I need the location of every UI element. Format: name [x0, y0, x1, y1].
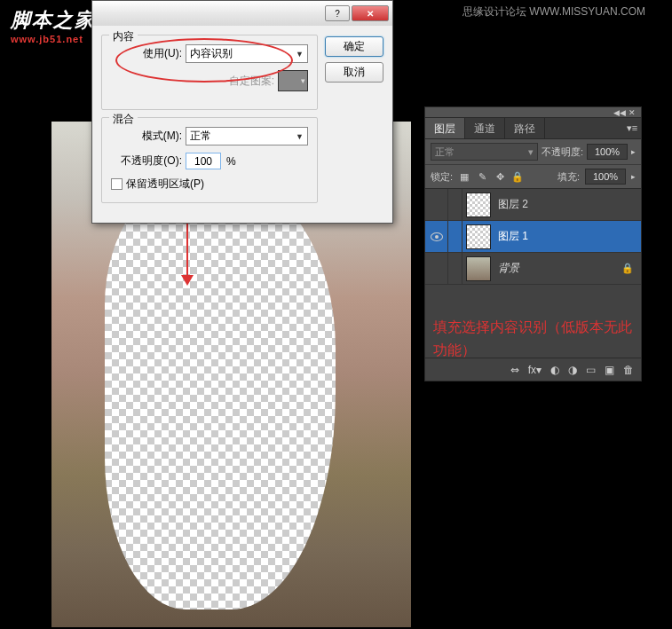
preserve-label: 保留透明区域(P)	[126, 177, 204, 192]
chevron-down-icon: ▾	[301, 76, 305, 85]
fill-input[interactable]: 100%	[585, 169, 626, 185]
delete-layer-icon[interactable]: 🗑	[623, 364, 634, 376]
watermark-logo: 脚本之家 www.jb51.net	[11, 7, 96, 44]
layer-group-icon[interactable]: ▭	[586, 364, 596, 376]
layer-row[interactable]: 图层 1	[425, 221, 641, 253]
help-button[interactable]: ?	[325, 5, 350, 21]
blend-mode-value: 正常	[435, 145, 455, 159]
panel-opacity-input[interactable]: 100%	[587, 144, 628, 160]
opacity-label: 不透明度(O):	[111, 153, 182, 169]
chevron-right-icon[interactable]: ▸	[631, 172, 636, 181]
preserve-transparency-checkbox[interactable]	[111, 178, 123, 190]
lock-position-icon[interactable]: ✥	[494, 170, 506, 183]
tab-layers[interactable]: 图层	[425, 118, 465, 138]
blend-legend: 混合	[109, 112, 138, 127]
layer-name[interactable]: 背景	[498, 261, 519, 276]
watermark-forum: 思缘设计论坛 WWW.MISSYUAN.COM	[462, 4, 645, 20]
opacity-suffix: %	[226, 155, 236, 168]
visibility-toggle[interactable]	[425, 189, 448, 220]
annotation-arrow-head	[181, 275, 194, 286]
blend-fieldset: 混合 模式(M): 正常 ▼ 不透明度(O): % 保留透明区域(P)	[101, 117, 318, 203]
lock-label: 锁定:	[431, 170, 453, 184]
lock-icon: 🔒	[621, 263, 634, 274]
cancel-button[interactable]: 取消	[325, 62, 383, 83]
panel-collapse-bar[interactable]: ◀◀ ✕	[425, 107, 641, 118]
mode-value: 正常	[190, 129, 211, 144]
pattern-label: 自定图案:	[229, 74, 274, 89]
layer-row[interactable]: 图层 2	[425, 189, 641, 221]
fill-dialog: ? ✕ 内容 使用(U): 内容识别 ▼ 自定图案: ▾	[91, 0, 393, 224]
layer-row[interactable]: 背景🔒	[425, 253, 641, 285]
layer-thumbnail[interactable]	[466, 256, 491, 281]
watermark-url: www.jb51.net	[11, 34, 96, 44]
link-col	[448, 221, 462, 252]
use-select[interactable]: 内容识别 ▼	[186, 44, 308, 63]
chevron-down-icon: ▼	[296, 132, 304, 141]
content-legend: 内容	[109, 29, 138, 44]
tab-paths[interactable]: 路径	[505, 118, 545, 138]
link-col	[448, 189, 462, 220]
mode-label: 模式(M):	[111, 129, 182, 144]
transparent-selection	[105, 175, 336, 609]
watermark-cn: 脚本之家	[11, 7, 96, 34]
close-button[interactable]: ✕	[352, 5, 389, 21]
tab-channels[interactable]: 通道	[465, 118, 505, 138]
opacity-input[interactable]	[186, 153, 221, 169]
ok-button[interactable]: 确定	[325, 36, 383, 57]
link-layers-icon[interactable]: ⇔	[510, 364, 519, 376]
blend-mode-select[interactable]: 正常 ▾	[431, 143, 538, 161]
lock-transparency-icon[interactable]: ▦	[458, 170, 470, 183]
use-label: 使用(U):	[111, 46, 182, 61]
lock-pixels-icon[interactable]: ✎	[476, 170, 488, 183]
annotation-text: 填充选择内容识别（低版本无此功能）	[433, 316, 637, 361]
lock-all-icon[interactable]: 🔒	[511, 170, 524, 183]
layer-fx-icon[interactable]: fx▾	[528, 364, 542, 376]
layer-mask-icon[interactable]: ◐	[550, 364, 559, 376]
layer-thumbnail[interactable]	[466, 224, 491, 249]
mode-select[interactable]: 正常 ▼	[186, 127, 308, 145]
content-fieldset: 内容 使用(U): 内容识别 ▼ 自定图案: ▾	[101, 35, 318, 110]
adjustment-layer-icon[interactable]: ◑	[568, 364, 577, 376]
layer-name[interactable]: 图层 2	[498, 197, 528, 212]
pattern-swatch: ▾	[278, 70, 308, 91]
chevron-down-icon: ▾	[528, 146, 534, 158]
link-col	[448, 253, 462, 284]
visibility-toggle[interactable]	[425, 221, 448, 252]
chevron-down-icon: ▼	[296, 50, 304, 59]
panel-menu-icon[interactable]: ▾≡	[623, 118, 641, 138]
chevron-right-icon[interactable]: ▸	[631, 147, 636, 156]
fill-label: 填充:	[557, 170, 580, 184]
eye-icon	[431, 232, 443, 241]
layer-thumbnail[interactable]	[466, 193, 491, 217]
dialog-titlebar[interactable]: ? ✕	[92, 1, 392, 26]
new-layer-icon[interactable]: ▣	[605, 364, 614, 376]
panel-opacity-label: 不透明度:	[542, 145, 583, 159]
visibility-toggle[interactable]	[425, 253, 448, 284]
panel-tabs: 图层 通道 路径 ▾≡	[425, 118, 641, 139]
use-value: 内容识别	[190, 46, 233, 61]
layer-name[interactable]: 图层 1	[498, 229, 528, 244]
